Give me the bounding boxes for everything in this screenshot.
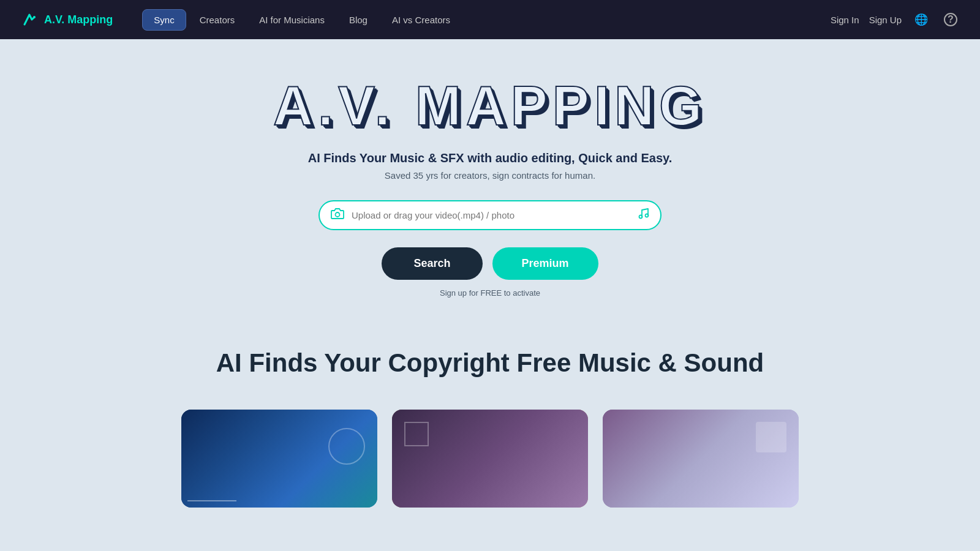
camera-icon <box>331 208 344 223</box>
search-button[interactable]: Search <box>382 247 482 280</box>
question-icon: ? <box>944 13 957 26</box>
nav-link-ai-for-musicians[interactable]: AI for Musicians <box>248 10 336 30</box>
nav-link-ai-vs-creators[interactable]: AI vs Creators <box>381 10 461 30</box>
nav-link-sync[interactable]: Sync <box>142 9 186 31</box>
premium-hint: Sign up for FREE to activate <box>440 287 540 299</box>
card-1[interactable] <box>181 410 377 508</box>
hero-section: A.V. MAPPING AI Finds Your Music & SFX w… <box>0 39 980 324</box>
copyright-section: AI Finds Your Copyright Free Music & Sou… <box>0 324 980 410</box>
globe-icon: 🌐 <box>914 13 928 26</box>
svg-point-3 <box>646 214 649 217</box>
sign-in-link[interactable]: Sign In <box>831 15 859 25</box>
music-note-icon <box>637 208 649 223</box>
sign-up-link[interactable]: Sign Up <box>869 15 902 25</box>
language-button[interactable]: 🌐 <box>911 10 931 29</box>
help-button[interactable]: ? <box>941 10 960 29</box>
navbar: A.V. Mapping Sync Creators AI for Musici… <box>0 0 980 39</box>
nav-link-creators[interactable]: Creators <box>189 10 246 30</box>
upload-bar[interactable] <box>318 200 662 230</box>
hero-big-title: A.V. MAPPING <box>273 76 707 137</box>
card-2[interactable] <box>392 410 588 508</box>
hero-buttons: Search Premium <box>382 247 598 280</box>
section-title: AI Finds Your Copyright Free Music & Sou… <box>49 348 931 378</box>
nav-link-blog[interactable]: Blog <box>338 10 379 30</box>
svg-point-2 <box>639 216 643 219</box>
hero-subtitle: AI Finds Your Music & SFX with audio edi… <box>308 151 673 165</box>
logo[interactable]: A.V. Mapping <box>20 10 113 29</box>
upload-input[interactable] <box>352 210 630 220</box>
nav-right: Sign In Sign Up 🌐 ? <box>831 10 960 29</box>
card-3[interactable] <box>603 410 799 508</box>
hero-description: Saved 35 yrs for creators, sign contract… <box>385 170 595 181</box>
svg-point-0 <box>33 16 36 18</box>
cards-row <box>0 410 980 508</box>
svg-point-1 <box>336 212 340 217</box>
logo-text: A.V. Mapping <box>44 13 113 26</box>
logo-icon <box>20 10 39 29</box>
nav-links: Sync Creators AI for Musicians Blog AI v… <box>142 9 826 31</box>
premium-button[interactable]: Premium <box>492 247 598 280</box>
